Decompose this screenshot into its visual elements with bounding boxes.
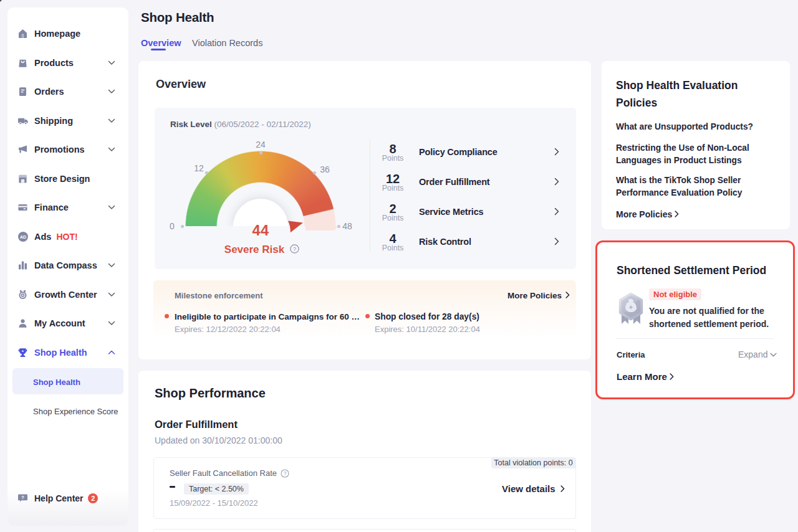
svg-text:?: ?: [21, 495, 24, 500]
svg-text:?: ?: [283, 470, 286, 477]
svg-text:AD: AD: [20, 235, 26, 239]
svg-text:?: ?: [293, 246, 296, 252]
